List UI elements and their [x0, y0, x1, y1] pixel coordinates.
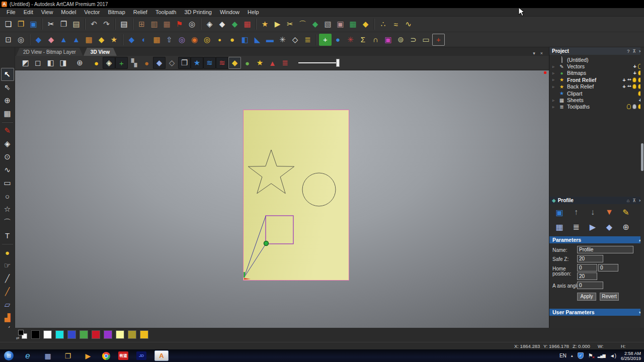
arch-icon[interactable]: ∩ [369, 34, 382, 46]
swap-colors-icon[interactable]: ⇄ [16, 336, 20, 340]
flip-relief-icon[interactable]: ◧ [238, 34, 251, 46]
home-y-field[interactable] [598, 264, 618, 272]
language-indicator[interactable]: EN [559, 353, 567, 358]
reference-book-icon[interactable]: ▧ [321, 18, 334, 30]
star-blue-icon[interactable]: ★ [191, 57, 203, 69]
paste-icon[interactable]: ▤ [70, 18, 83, 30]
blob-model-icon[interactable]: ● [332, 34, 344, 46]
offset-relief-icon[interactable]: ◆ [309, 18, 321, 30]
spindle-icon[interactable]: ◎ [186, 18, 198, 30]
relief-material[interactable] [243, 110, 349, 281]
menu-window[interactable]: Window [216, 9, 243, 16]
open-shape-icon[interactable]: ⊃ [407, 34, 420, 46]
layer-stack-icon[interactable]: ≣ [301, 34, 314, 46]
block-gray-icon[interactable]: ◇ [166, 57, 178, 69]
ellipse-tool-icon[interactable]: ○ [1, 190, 14, 203]
simulate-icon[interactable]: ◆ [603, 221, 615, 232]
distort-icon[interactable]: ▦ [1, 107, 14, 120]
panel-scrollbar[interactable] [640, 47, 644, 328]
sweep-profile-icon[interactable]: Σ [357, 34, 369, 46]
bulb-icon[interactable] [632, 77, 636, 82]
tree-item-toolpaths[interactable]: ▹≣Toolpaths [552, 104, 642, 110]
clock[interactable]: 2:58 AM 6/25/2019 [621, 351, 641, 361]
user-parameters-header[interactable]: User Parameters ▾ [549, 309, 644, 316]
peak-icon[interactable]: ▲ [57, 34, 70, 46]
pin-icon[interactable]: ⊼ [632, 49, 636, 54]
menu-help[interactable]: Help [244, 9, 263, 16]
tree-item-back-relief[interactable]: ▹★Back Relief+++ [552, 83, 642, 90]
bulb-outline-icon[interactable] [627, 104, 631, 109]
save-toolpath-icon[interactable]: ▣ [553, 207, 566, 218]
edit-icon[interactable]: ✎ [620, 207, 632, 218]
parameters-header[interactable]: Parameters ▴ [549, 236, 644, 243]
tree-item--untitled-[interactable]: (Untitled) [552, 56, 642, 63]
chisel-icon[interactable]: ╱ [1, 285, 14, 298]
profile-pin-icon[interactable]: ⊼ [632, 198, 636, 203]
arc-tool-icon[interactable]: ⌒ [1, 216, 14, 229]
add-pair-icon[interactable]: ++ [627, 84, 631, 89]
menu-edit[interactable]: Edit [20, 9, 37, 16]
bulb-gray-icon[interactable] [632, 104, 636, 109]
add-icon[interactable]: + [633, 64, 636, 69]
revert-button[interactable]: Revert [600, 293, 619, 301]
primary-color-swatch[interactable] [18, 330, 24, 335]
palette-swatch-3[interactable] [67, 330, 76, 339]
help-icon[interactable]: ? [627, 49, 629, 54]
start-button[interactable]: ⊞ [4, 351, 14, 360]
nesting-dots-icon[interactable]: ∴ [377, 18, 389, 30]
toolpath-notes-icon[interactable]: ≣ [570, 221, 582, 232]
weave-icon[interactable]: ▦ [83, 34, 95, 46]
relief-flat-icon[interactable]: ◆ [45, 34, 57, 46]
delete-icon[interactable]: ▼ [603, 207, 615, 218]
ring-yellow-icon[interactable]: ◎ [201, 34, 213, 46]
taskbar-chrome[interactable] [102, 352, 110, 360]
half-relief-icon[interactable]: ◐ [138, 34, 150, 46]
palette-swatch-5[interactable] [92, 330, 100, 339]
expand-icon[interactable]: ▹ [552, 77, 556, 82]
raise-relief-icon[interactable]: ⇧ [163, 34, 176, 46]
rectangle-tool-icon[interactable]: ▭ [1, 176, 14, 190]
palette-swatch-0[interactable] [31, 330, 40, 339]
puzzle-icon[interactable]: ▚ [128, 57, 140, 69]
tab-3d-view[interactable]: 3D View [84, 48, 117, 56]
calculator-icon[interactable]: ▦ [553, 221, 566, 232]
menu-relief[interactable]: Relief [130, 9, 151, 16]
redo-icon[interactable]: ↷ [100, 18, 113, 30]
marquee-icon[interactable]: ▣ [382, 34, 394, 46]
tree-item-front-relief[interactable]: ▹★Front Relief+++ [552, 76, 642, 83]
cut-icon[interactable]: ✂ [45, 18, 57, 30]
light-bulb-icon[interactable]: ● [90, 57, 103, 69]
pencil-icon[interactable]: ✎ [1, 124, 14, 137]
add-icon[interactable]: + [633, 70, 636, 75]
menu-view[interactable]: View [38, 9, 57, 16]
open-model-icon[interactable]: ❐ [15, 18, 27, 30]
select-icon[interactable]: ↖ [1, 68, 14, 81]
shapes-green-icon[interactable]: ● [241, 57, 254, 69]
menu-bitmap[interactable]: Bitmap [105, 9, 129, 16]
reduce-colors-icon[interactable]: ▦ [241, 18, 254, 30]
dot-yellow-icon[interactable]: ● [226, 34, 238, 46]
taskbar-calculator[interactable]: ▦ [42, 351, 54, 361]
draw-plane-icon[interactable]: ◈ [103, 57, 115, 69]
round-rect-icon[interactable]: ▭ [420, 34, 432, 46]
palette-swatch-2[interactable] [55, 330, 64, 339]
weave-orange-icon[interactable]: ▦ [150, 34, 163, 46]
network-icon[interactable]: ▂▄▆ [598, 353, 605, 358]
tree-item-clipart[interactable]: ★Clipart [552, 90, 642, 97]
new-model-icon[interactable]: ❏ [2, 18, 15, 30]
home-icon[interactable]: ⌂ [627, 198, 629, 203]
move-box-icon[interactable]: + [432, 34, 445, 46]
name-field[interactable] [577, 246, 633, 253]
tree-item-sheets[interactable]: ▹▦Sheets+ [552, 97, 642, 103]
view-right-icon[interactable]: ◨ [57, 57, 69, 69]
tab-close-icon[interactable]: × [540, 51, 543, 56]
greyscale-icon[interactable]: ▶ [271, 18, 284, 30]
relief-blue-icon[interactable]: ◆ [32, 34, 45, 46]
smudge-icon[interactable]: ☞ [1, 259, 14, 272]
relief-blue2-icon[interactable]: ◆ [125, 34, 138, 46]
layers-blue-icon[interactable]: ≋ [203, 57, 216, 69]
zoom-select-icon[interactable]: ⊡ [2, 34, 15, 46]
shape-overlap-icon[interactable]: ⊚ [394, 34, 407, 46]
add-icon[interactable]: + [622, 84, 625, 89]
smooth-relief-icon[interactable]: ◆ [228, 18, 241, 30]
